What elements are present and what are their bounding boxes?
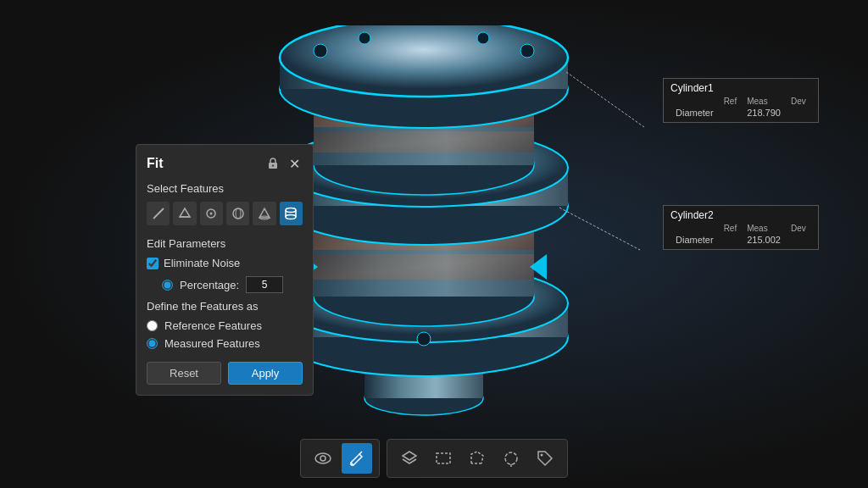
percentage-radio[interactable] [162,280,173,291]
percentage-input[interactable] [246,276,283,293]
reference-features-radio[interactable] [147,320,158,331]
edit-button[interactable] [342,443,372,474]
svg-marker-59 [403,452,416,460]
svg-line-38 [559,208,640,250]
svg-point-33 [314,44,327,58]
reset-button[interactable]: Reset [147,362,221,385]
eliminate-noise-label: Eliminate Noise [164,257,240,269]
feature-surface-icon[interactable] [173,202,196,225]
svg-point-46 [233,208,243,219]
svg-point-36 [477,32,489,44]
svg-line-37 [566,72,644,127]
svg-point-32 [280,25,568,97]
svg-point-54 [315,453,331,463]
select-features-label: Select Features [147,182,303,195]
fit-panel: Fit ✕ Select Features [136,144,314,396]
feature-line-icon[interactable] [147,202,170,225]
lasso-button[interactable] [496,443,526,474]
annotation-cylinder1: Cylinder1 Ref Meas Dev Diameter 218.790 [663,78,819,123]
svg-point-34 [520,44,534,58]
panel-title: Fit [147,156,164,171]
toolbar-group-1 [300,439,380,478]
panel-header: Fit ✕ [147,155,303,172]
view-button[interactable] [308,443,338,474]
reference-features-label: Reference Features [164,319,262,332]
panel-buttons: Reset Apply [147,362,303,385]
measured-features-radio[interactable] [147,338,158,349]
feature-circle-icon[interactable] [200,202,223,225]
svg-marker-42 [180,208,190,217]
close-button[interactable]: ✕ [286,155,303,172]
define-features-label: Define the Features as [147,300,303,313]
feature-cone-icon[interactable] [253,202,275,225]
percentage-row: Percentage: [162,276,303,293]
svg-line-56 [359,452,362,454]
eliminate-noise-checkbox[interactable] [147,258,159,269]
bottom-toolbar [0,439,868,478]
feature-sphere-icon[interactable] [226,202,249,225]
svg-point-47 [236,208,241,219]
measured-features-row: Measured Features [147,337,303,350]
svg-point-55 [320,456,326,461]
feature-icons-row [147,202,303,225]
polygon-select-button[interactable] [462,443,492,474]
svg-line-41 [153,208,164,219]
svg-point-50 [286,208,296,213]
svg-point-62 [505,452,517,464]
reference-features-row: Reference Features [147,319,303,332]
ann1-title: Cylinder1 [670,82,811,94]
layers-button[interactable] [394,443,425,474]
svg-point-51 [286,215,296,219]
toolbar-group-2 [387,439,568,478]
svg-point-35 [359,32,370,44]
header-icons: ✕ [265,155,303,172]
rect-select-button[interactable] [428,443,459,474]
measured-features-label: Measured Features [164,337,260,350]
svg-point-45 [210,213,213,215]
svg-point-40 [272,164,274,166]
ann2-title: Cylinder2 [670,209,811,221]
eliminate-noise-row: Eliminate Noise [147,257,303,269]
edit-parameters-label: Edit Parameters [147,237,303,250]
apply-button[interactable]: Apply [228,362,303,385]
feature-cylinder-icon[interactable] [280,202,303,225]
tag-button[interactable] [530,443,560,474]
svg-point-64 [541,454,543,457]
percentage-label: Percentage: [180,279,239,291]
lock-icon[interactable] [265,156,281,171]
svg-point-9 [417,332,431,346]
svg-rect-60 [437,453,450,463]
annotation-cylinder2: Cylinder2 Ref Meas Dev Diameter 215.002 [663,205,819,250]
